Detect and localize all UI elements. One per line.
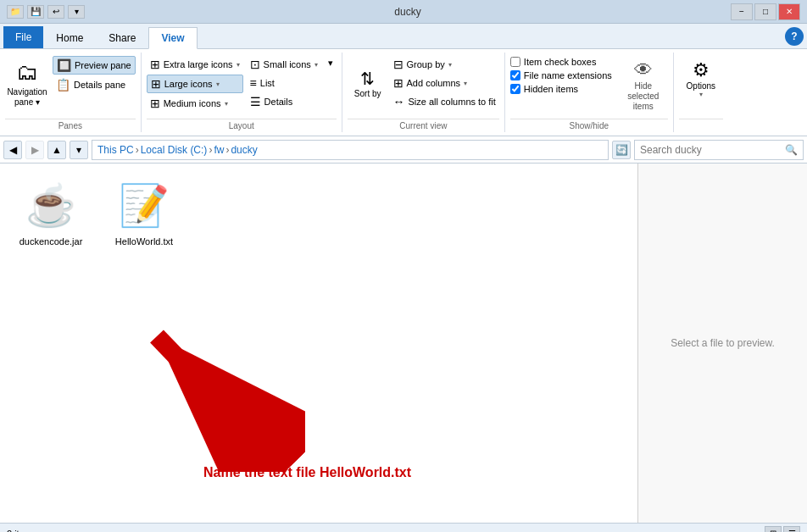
minimize-button[interactable]: − bbox=[731, 3, 753, 20]
item-count: 2 items bbox=[7, 529, 36, 533]
file-name-extensions-input[interactable] bbox=[510, 70, 520, 80]
path-fw[interactable]: fw bbox=[214, 144, 224, 156]
extra-large-icon: ⊞ bbox=[150, 58, 160, 71]
forward-button[interactable]: ▶ bbox=[25, 141, 44, 159]
large-icons-icon: ⊞ bbox=[151, 77, 161, 91]
navigation-pane-button[interactable]: 🗂 Navigationpane ▾ bbox=[5, 56, 49, 111]
hidden-items-input[interactable] bbox=[510, 84, 520, 94]
group-by-button[interactable]: ⊟ Group by ▾ bbox=[390, 56, 499, 73]
list-icon: ≡ bbox=[250, 76, 257, 90]
maximize-button[interactable]: □ bbox=[754, 3, 776, 20]
details-pane-button[interactable]: 📋 Details pane bbox=[53, 76, 136, 93]
file-name-helloworld: HelloWorld.txt bbox=[115, 236, 173, 247]
add-columns-button[interactable]: ⊞ Add columns ▾ bbox=[390, 75, 499, 91]
current-view-col: ⊟ Group by ▾ ⊞ Add columns ▾ ↔ Size all … bbox=[390, 56, 499, 110]
preview-placeholder-text: Select a file to preview. bbox=[671, 337, 775, 349]
down-icon-titlebar[interactable]: ▾ bbox=[68, 5, 85, 19]
options-dropdown-arrow: ▾ bbox=[699, 91, 703, 98]
large-view-button[interactable]: ⊞ bbox=[765, 526, 782, 533]
tab-home[interactable]: Home bbox=[43, 26, 96, 48]
tab-share[interactable]: Share bbox=[96, 26, 148, 48]
tab-view[interactable]: View bbox=[148, 27, 197, 49]
search-input[interactable] bbox=[640, 144, 785, 156]
hide-selected-items-button[interactable]: 👁 Hide selected items bbox=[619, 56, 668, 115]
layout-expand-icon: ▾ bbox=[328, 58, 333, 69]
address-path[interactable]: This PC › Local Disk (C:) › fw › ducky bbox=[92, 140, 609, 160]
hidden-items-label: Hidden items bbox=[524, 84, 578, 94]
title-bar: 📁 💾 ↩ ▾ ducky − □ ✕ bbox=[0, 0, 807, 24]
file-grid: ☕ duckencode.jar 📝 HelloWorld.txt bbox=[0, 163, 637, 262]
ribbon-section-panes: 🗂 Navigationpane ▾ 🔲 Preview pane 📋 Deta… bbox=[0, 53, 142, 132]
ribbon-section-current-view: ⇅ Sort by ⊟ Group by ▾ ⊞ Add columns ▾ bbox=[342, 53, 505, 132]
hidden-items-check[interactable]: Hidden items bbox=[510, 83, 612, 95]
file-item-duckencode[interactable]: ☕ duckencode.jar bbox=[8, 172, 93, 253]
panes-col: 🗂 Navigationpane ▾ bbox=[5, 56, 49, 111]
large-icons-button[interactable]: ⊞ Large icons ▾ bbox=[147, 75, 243, 93]
options-label: Options bbox=[687, 81, 715, 91]
extra-large-icons-button[interactable]: ⊞ Extra large icons ▾ bbox=[147, 56, 243, 73]
path-ducky[interactable]: ducky bbox=[231, 144, 257, 156]
help-button[interactable]: ? bbox=[785, 27, 804, 46]
options-section-label bbox=[679, 119, 723, 130]
annotation-arrow-svg bbox=[34, 260, 305, 472]
panes-toggles-col: 🔲 Preview pane 📋 Details pane bbox=[53, 56, 136, 93]
file-name-extensions-label: File name extensions bbox=[524, 70, 612, 80]
layout-section-label: Layout bbox=[147, 119, 337, 130]
back-button[interactable]: ◀ bbox=[3, 141, 22, 159]
close-button[interactable]: ✕ bbox=[778, 3, 800, 20]
small-icons-button[interactable]: ⊡ Small icons ▾ bbox=[247, 56, 321, 73]
status-view-buttons: ⊞ ☰ bbox=[765, 526, 800, 533]
details-pane-icon: 📋 bbox=[56, 78, 70, 91]
layout-expand-button[interactable]: ▾ bbox=[325, 56, 337, 70]
up-button[interactable]: ▲ bbox=[47, 141, 66, 159]
refresh-button[interactable]: 🔄 bbox=[612, 141, 631, 159]
sort-by-button[interactable]: ⇅ Sort by bbox=[348, 65, 388, 102]
save-icon-titlebar[interactable]: 💾 bbox=[27, 5, 44, 19]
details-button[interactable]: ☰ Details bbox=[247, 93, 321, 110]
details-pane-label: Details pane bbox=[74, 80, 125, 90]
hide-selected-icon: 👁 bbox=[634, 59, 653, 81]
show-hide-section-label: Show/hide bbox=[510, 119, 668, 130]
size-all-label: Size all columns to fit bbox=[409, 97, 496, 107]
main-area: ☕ duckencode.jar 📝 HelloWorld.txt Name t… bbox=[0, 163, 807, 523]
options-icon: ⚙ bbox=[693, 59, 710, 81]
search-box: 🔍 bbox=[634, 140, 804, 160]
recent-locations-button[interactable]: ▾ bbox=[70, 141, 88, 159]
list-button[interactable]: ≡ List bbox=[247, 75, 321, 91]
ribbon-panel: 🗂 Navigationpane ▾ 🔲 Preview pane 📋 Deta… bbox=[0, 49, 807, 136]
file-item-helloworld[interactable]: 📝 HelloWorld.txt bbox=[102, 172, 186, 253]
ribbon-section-layout: ⊞ Extra large icons ▾ ⊞ Large icons ▾ ⊞ … bbox=[142, 53, 342, 132]
file-name-extensions-check[interactable]: File name extensions bbox=[510, 69, 612, 81]
path-this-pc[interactable]: This PC bbox=[97, 144, 134, 156]
options-button[interactable]: ⚙ Options ▾ bbox=[679, 56, 723, 102]
preview-pane-button[interactable]: 🔲 Preview pane bbox=[53, 56, 136, 75]
small-dropdown-arrow: ▾ bbox=[314, 61, 318, 69]
size-all-button[interactable]: ↔ Size all columns to fit bbox=[390, 93, 499, 110]
extra-large-icons-label: Extra large icons bbox=[164, 59, 233, 69]
small-icons-label: Small icons bbox=[264, 59, 311, 69]
ribbon-section-options: ⚙ Options ▾ bbox=[674, 53, 728, 132]
medium-icons-button[interactable]: ⊞ Medium icons ▾ bbox=[147, 95, 243, 112]
nav-pane-label: Navigationpane ▾ bbox=[7, 87, 47, 108]
file-area: ☕ duckencode.jar 📝 HelloWorld.txt Name t… bbox=[0, 163, 637, 523]
sort-group-by-row: ⇅ Sort by ⊟ Group by ▾ ⊞ Add columns ▾ bbox=[348, 56, 499, 110]
layout-col-2: ⊡ Small icons ▾ ≡ List ☰ Details bbox=[247, 56, 321, 110]
list-view-button[interactable]: ☰ bbox=[783, 526, 800, 533]
item-check-boxes-input[interactable] bbox=[510, 57, 520, 67]
sort-by-label: Sort by bbox=[354, 89, 381, 98]
window-controls: − □ ✕ bbox=[731, 3, 800, 20]
window-title: ducky bbox=[85, 6, 731, 18]
group-by-icon: ⊟ bbox=[393, 58, 404, 71]
path-local-disk[interactable]: Local Disk (C:) bbox=[141, 144, 208, 156]
svg-line-1 bbox=[157, 336, 263, 446]
medium-icons-icon: ⊞ bbox=[150, 97, 160, 110]
item-check-boxes-check[interactable]: Item check boxes bbox=[510, 56, 612, 68]
medium-icons-label: Medium icons bbox=[164, 98, 221, 108]
tab-file[interactable]: File bbox=[3, 26, 43, 48]
large-icons-label: Large icons bbox=[164, 79, 213, 89]
nav-pane-icon: 🗂 bbox=[16, 59, 38, 86]
preview-pane-icon: 🔲 bbox=[57, 58, 71, 72]
jar-file-icon: ☕ bbox=[24, 179, 78, 233]
ribbon-tabs: File Home Share View ? bbox=[0, 24, 807, 49]
undo-icon-titlebar[interactable]: ↩ bbox=[47, 5, 64, 19]
